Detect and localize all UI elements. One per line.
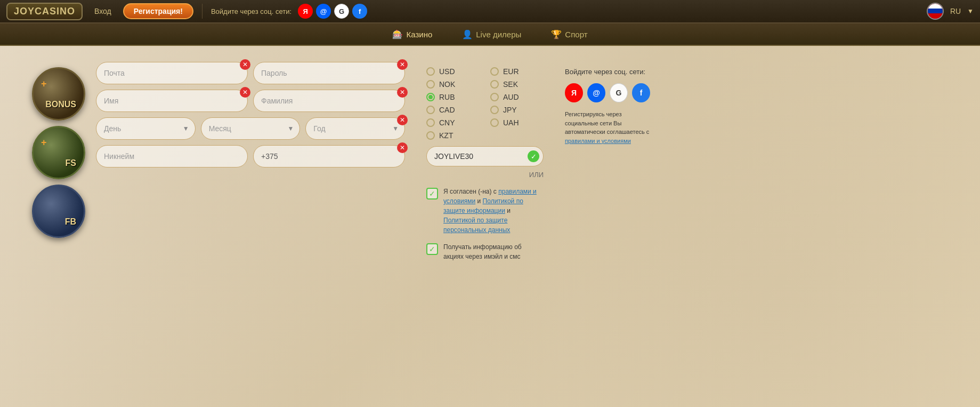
password-clear-button[interactable]: ✕ xyxy=(397,59,408,70)
agree-section: ✓ Я согласен (-на) с правилами и условия… xyxy=(426,187,544,261)
agree-row-2: ✓ Получать информацию об акциях через им… xyxy=(426,242,544,261)
bonus-circle-fs[interactable]: + FS xyxy=(32,126,85,179)
radio-nok xyxy=(426,80,435,89)
fs-plus-icon: + xyxy=(41,137,47,148)
lastname-field-wrapper: ✕ xyxy=(253,90,405,112)
currency-rub-label: RUB xyxy=(439,93,455,101)
currency-sek-label: SEK xyxy=(503,80,518,89)
agree-text-1: Я согласен (-на) с правилами и условиями… xyxy=(443,187,544,235)
radio-aud xyxy=(490,93,499,101)
flag-button[interactable] xyxy=(927,3,944,20)
login-button[interactable]: Вход xyxy=(89,5,117,18)
year-select[interactable]: Год xyxy=(305,117,405,140)
menu-live-label: Live дилеры xyxy=(476,30,521,39)
currency-usd[interactable]: USD xyxy=(426,67,480,76)
firstname-input[interactable] xyxy=(96,90,248,112)
radio-rub xyxy=(426,93,435,101)
currency-cny[interactable]: CNY xyxy=(426,118,480,127)
currency-usd-label: USD xyxy=(439,67,455,76)
nickname-field-wrapper xyxy=(96,145,248,167)
menu-item-sport[interactable]: 🏆 Спорт xyxy=(547,27,592,42)
lastname-input[interactable] xyxy=(253,90,405,112)
currency-sek[interactable]: SEK xyxy=(490,80,544,89)
flag-icon xyxy=(928,4,943,19)
social-icons-nav: Я @ G f xyxy=(298,4,367,19)
radio-dot-rub xyxy=(428,95,433,99)
firstname-clear-button[interactable]: ✕ xyxy=(240,87,250,98)
currency-rub[interactable]: RUB xyxy=(426,93,480,101)
google-icon-nav[interactable]: G xyxy=(334,4,349,19)
currency-nok[interactable]: NOK xyxy=(426,80,480,89)
radio-eur xyxy=(490,67,499,76)
facebook-icon-nav[interactable]: f xyxy=(352,4,367,19)
facebook-icon-right[interactable]: f xyxy=(632,83,650,102)
currency-cad-label: CAD xyxy=(439,106,455,114)
form-row-4: ✕ xyxy=(96,145,405,167)
logo-button[interactable]: JOYCASINO xyxy=(6,3,83,20)
menu-bar: 🎰 Казино 👤 Live дилеры 🏆 Спорт xyxy=(0,23,980,46)
phone-input[interactable] xyxy=(253,145,405,167)
currency-aud[interactable]: AUD xyxy=(490,93,544,101)
language-label: RU xyxy=(950,7,961,15)
email-clear-button[interactable]: ✕ xyxy=(240,59,250,70)
nickname-input[interactable] xyxy=(96,145,248,167)
currency-jpy-label: JPY xyxy=(503,106,517,114)
form-row-3: День ▼ Месяц ▼ Год ▼ ✕ xyxy=(96,117,405,140)
checkbox-check-icon-1: ✓ xyxy=(429,189,435,198)
social-notice: Регистрируясь через социальные сети Вы а… xyxy=(565,110,650,145)
agree-row-1: ✓ Я согласен (-на) с правилами и условия… xyxy=(426,187,544,235)
day-select[interactable]: День xyxy=(96,117,196,140)
form-row-1: ✕ ✕ xyxy=(96,62,405,84)
menu-sport-label: Спорт xyxy=(565,30,587,39)
promo-section: ✓ ИЛИ xyxy=(426,146,544,179)
month-select[interactable]: Месяц xyxy=(201,117,301,140)
currency-uah[interactable]: UAH xyxy=(490,118,544,127)
live-icon: 👤 xyxy=(462,29,473,39)
yandex-icon-right[interactable]: Я xyxy=(565,83,583,102)
currency-eur[interactable]: EUR xyxy=(490,67,544,76)
promo-input[interactable] xyxy=(426,146,544,166)
currency-grid: USD EUR NOK SEK RUB xyxy=(426,67,544,140)
phone-clear-button[interactable]: ✕ xyxy=(397,142,408,153)
form-row-2: ✕ ✕ xyxy=(96,90,405,112)
agree-checkbox-1[interactable]: ✓ xyxy=(426,188,438,199)
password-input[interactable] xyxy=(253,62,405,84)
day-select-wrapper: День ▼ xyxy=(96,117,196,140)
ili-label: ИЛИ xyxy=(529,171,544,179)
currency-kzt[interactable]: KZT xyxy=(426,131,480,140)
email-input[interactable] xyxy=(96,62,248,84)
menu-item-live[interactable]: 👤 Live дилеры xyxy=(458,27,525,42)
menu-casino-label: Казино xyxy=(406,30,432,39)
year-clear-button[interactable]: ✕ xyxy=(397,115,408,125)
yandex-icon-nav[interactable]: Я xyxy=(298,4,313,19)
checkbox-check-icon-2: ✓ xyxy=(429,245,435,253)
radio-sek xyxy=(490,80,499,89)
radio-usd xyxy=(426,67,435,76)
currency-jpy[interactable]: JPY xyxy=(490,106,544,114)
menu-item-casino[interactable]: 🎰 Казино xyxy=(388,27,436,42)
casino-icon: 🎰 xyxy=(392,29,403,39)
bonus-label: BONUS xyxy=(45,100,76,109)
agree-link-personal[interactable]: Политикой по защите персональных данных xyxy=(443,217,510,234)
lastname-clear-button[interactable]: ✕ xyxy=(397,87,408,98)
currency-nok-label: NOK xyxy=(439,80,455,89)
year-select-wrapper: Год ▼ ✕ xyxy=(305,117,405,140)
radio-uah xyxy=(490,118,499,127)
promo-input-wrapper: ✓ xyxy=(426,146,544,166)
social-notice-link[interactable]: правилами и условиями xyxy=(565,138,631,144)
currency-cad[interactable]: CAD xyxy=(426,106,480,114)
top-nav: JOYCASINO Вход Регистрация! Войдите чере… xyxy=(0,0,980,23)
registration-form: ✕ ✕ ✕ ✕ День ▼ xyxy=(85,62,416,173)
left-bonuses: + BONUS + FS FB xyxy=(0,67,85,238)
agree-checkbox-2[interactable]: ✓ xyxy=(426,243,438,255)
register-button[interactable]: Регистрация! xyxy=(123,3,193,19)
currency-section: USD EUR NOK SEK RUB xyxy=(416,62,554,274)
bonus-circle-bonus[interactable]: + BONUS xyxy=(32,67,85,121)
mail-icon-right[interactable]: @ xyxy=(587,83,605,102)
google-icon-right[interactable]: G xyxy=(610,83,628,102)
fs-label: FS xyxy=(66,158,76,168)
radio-cny xyxy=(426,118,435,127)
currency-kzt-label: KZT xyxy=(439,131,453,140)
bonus-circle-fb[interactable]: FB xyxy=(32,185,85,238)
mail-icon-nav[interactable]: @ xyxy=(316,4,331,19)
